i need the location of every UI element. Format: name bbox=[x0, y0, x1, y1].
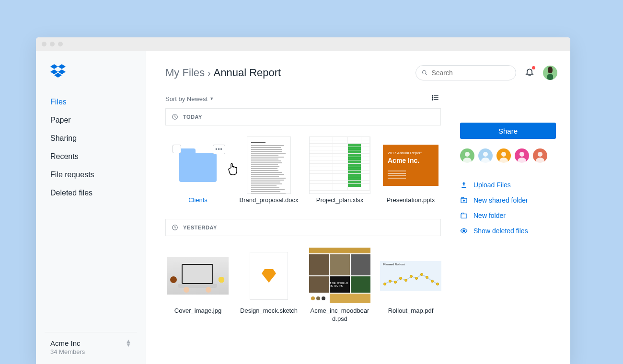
file-thumb: ••• bbox=[167, 137, 229, 193]
file-item[interactable]: 2017 Annual ReportAcme Inc. Presentation… bbox=[380, 137, 441, 205]
sidebar-item-paper[interactable]: Paper bbox=[36, 111, 146, 129]
action-new-folder[interactable]: New folder bbox=[460, 208, 556, 223]
svg-point-36 bbox=[518, 158, 526, 163]
svg-marker-1 bbox=[58, 64, 66, 69]
sidebar-nav: FilesPaperSharingRecentsFile requestsDel… bbox=[36, 93, 146, 202]
svg-marker-4 bbox=[54, 73, 62, 78]
content: My Files › Annual Report bbox=[146, 51, 570, 364]
collaborator-avatar[interactable] bbox=[533, 148, 547, 163]
file-item[interactable]: Project_plan.xlsx bbox=[309, 137, 370, 205]
breadcrumb-current: Annual Report bbox=[214, 67, 281, 79]
right-panel: Share Upload FilesNew shared folderNew f… bbox=[460, 94, 556, 338]
notifications-button[interactable] bbox=[525, 67, 534, 79]
action-show-deleted-files[interactable]: Show deleted files bbox=[460, 223, 556, 239]
file-item[interactable]: Design_mock.sketch bbox=[238, 248, 300, 323]
svg-point-5 bbox=[423, 70, 426, 74]
search-input[interactable] bbox=[431, 69, 510, 77]
upload-icon bbox=[460, 181, 468, 189]
collaborator-avatar[interactable] bbox=[515, 148, 529, 163]
file-item[interactable]: Planned Rollout Rollout_map.pdf bbox=[380, 248, 441, 323]
app-body: FilesPaperSharingRecentsFile requestsDel… bbox=[36, 51, 570, 364]
svg-point-28 bbox=[437, 283, 439, 285]
folder-icon bbox=[460, 212, 468, 219]
file-listing: Sort by Newest ▼ TODAY ••• Clients Brand… bbox=[165, 94, 441, 338]
svg-point-13 bbox=[432, 99, 433, 100]
sidebar-item-sharing[interactable]: Sharing bbox=[36, 129, 146, 148]
file-name: Clients bbox=[188, 196, 208, 205]
breadcrumb-root[interactable]: My Files bbox=[165, 67, 205, 79]
collaborator-avatar[interactable] bbox=[496, 148, 511, 163]
action-upload-files[interactable]: Upload Files bbox=[460, 177, 556, 193]
svg-point-21 bbox=[400, 277, 402, 279]
file-thumb: 2017 Annual ReportAcme Inc. bbox=[380, 137, 441, 193]
sidebar-item-deleted-files[interactable]: Deleted files bbox=[36, 184, 146, 202]
sort-button[interactable]: Sort by Newest ▼ bbox=[165, 95, 214, 102]
updown-icon: ▲▼ bbox=[126, 339, 131, 347]
action-label: Upload Files bbox=[473, 181, 511, 189]
sidebar-item-file-requests[interactable]: File requests bbox=[36, 166, 146, 184]
svg-marker-2 bbox=[50, 69, 58, 74]
header-right bbox=[415, 65, 557, 80]
chevron-right-icon: › bbox=[208, 68, 211, 79]
file-name: Design_mock.sketch bbox=[240, 307, 298, 315]
window-zoom-icon[interactable] bbox=[58, 42, 63, 46]
window-close-icon[interactable] bbox=[42, 42, 46, 46]
sidebar-item-recents[interactable]: Recents bbox=[36, 148, 146, 166]
svg-point-34 bbox=[499, 158, 508, 163]
main: My Files › Annual Report bbox=[146, 51, 570, 364]
pdf-thumb: Planned Rollout bbox=[380, 261, 441, 291]
svg-point-20 bbox=[394, 281, 397, 283]
search-icon bbox=[422, 69, 427, 76]
item-menu-button[interactable]: ••• bbox=[213, 145, 225, 154]
presentation-thumb: 2017 Annual ReportAcme Inc. bbox=[383, 145, 438, 186]
action-new-shared-folder[interactable]: New shared folder bbox=[460, 193, 556, 208]
page-header: My Files › Annual Report bbox=[165, 65, 557, 80]
select-checkbox[interactable] bbox=[173, 145, 181, 153]
svg-point-19 bbox=[389, 280, 392, 282]
caret-down-icon: ▼ bbox=[209, 96, 214, 101]
file-item[interactable]: Brand_proposal.docx bbox=[238, 137, 300, 205]
file-item[interactable]: THE WORLD IS OURS Acme_inc_moodboard.psd bbox=[309, 248, 370, 323]
svg-point-37 bbox=[538, 152, 542, 157]
file-thumb bbox=[238, 248, 300, 304]
collaborator-avatar[interactable] bbox=[478, 148, 493, 163]
svg-point-35 bbox=[519, 152, 524, 157]
share-button[interactable]: Share bbox=[460, 123, 556, 139]
action-list: Upload FilesNew shared folderNew folderS… bbox=[460, 177, 556, 239]
file-name: Acme_inc_moodboard.psd bbox=[309, 307, 370, 323]
svg-point-18 bbox=[384, 283, 386, 285]
svg-point-32 bbox=[481, 158, 490, 163]
svg-point-22 bbox=[405, 279, 407, 281]
section-header-today: TODAY bbox=[165, 108, 441, 125]
eye-icon bbox=[460, 227, 468, 235]
svg-point-11 bbox=[432, 97, 433, 98]
list-view-toggle[interactable] bbox=[431, 94, 439, 103]
svg-point-27 bbox=[431, 280, 434, 282]
search-box[interactable] bbox=[415, 65, 516, 80]
svg-point-41 bbox=[463, 200, 465, 201]
svg-point-26 bbox=[426, 276, 428, 278]
user-avatar[interactable] bbox=[543, 66, 557, 80]
section-header-yesterday: YESTERDAY bbox=[165, 219, 441, 236]
file-item[interactable]: ••• Clients bbox=[167, 137, 229, 205]
svg-point-31 bbox=[483, 152, 488, 157]
file-thumb bbox=[238, 137, 300, 193]
moodboard-thumb: THE WORLD IS OURS bbox=[309, 248, 370, 304]
window-minimize-icon[interactable] bbox=[50, 42, 55, 46]
collaborator-avatar[interactable] bbox=[460, 148, 474, 163]
file-thumb: Planned Rollout bbox=[380, 248, 441, 304]
sidebar-item-files[interactable]: Files bbox=[36, 93, 146, 111]
action-label: Show deleted files bbox=[473, 227, 528, 235]
shared-folder-icon bbox=[460, 196, 468, 204]
file-item[interactable]: Cover_image.jpg bbox=[167, 248, 229, 323]
dropbox-logo-icon[interactable] bbox=[36, 64, 146, 80]
document-thumb bbox=[247, 136, 291, 194]
team-name: Acme Inc bbox=[50, 339, 85, 347]
sections-container: TODAY ••• Clients Brand_proposal.docx Pr… bbox=[165, 108, 441, 338]
sort-label: Sort by Newest bbox=[165, 95, 208, 102]
team-members: 34 Members bbox=[50, 348, 85, 355]
svg-line-6 bbox=[426, 74, 427, 75]
collaborator-avatars bbox=[460, 148, 556, 163]
team-switcher[interactable]: Acme Inc 34 Members ▲▼ bbox=[45, 332, 137, 364]
notification-dot-icon bbox=[532, 66, 535, 69]
